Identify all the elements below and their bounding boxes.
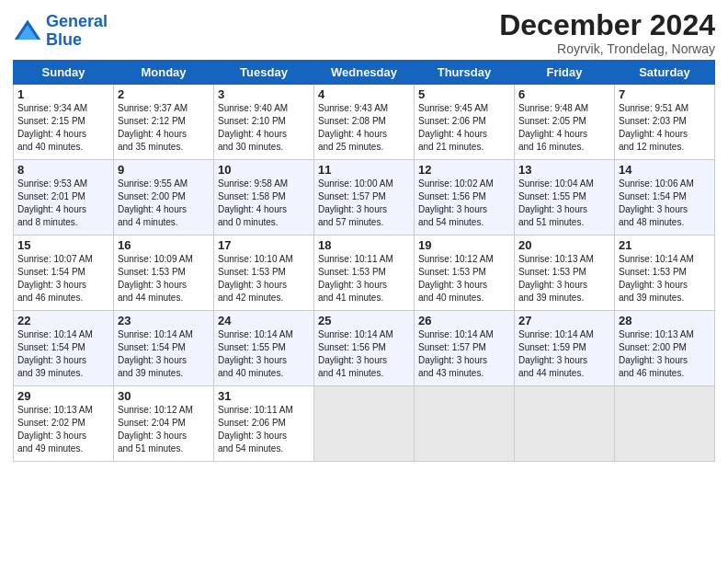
calendar-cell: 10Sunrise: 9:58 AMSunset: 1:58 PMDayligh… [214,160,314,236]
calendar-cell [615,386,715,462]
day-number: 31 [218,389,310,403]
calendar-table: Sunday Monday Tuesday Wednesday Thursday… [13,60,715,462]
calendar-cell: 21Sunrise: 10:14 AMSunset: 1:53 PMDaylig… [615,236,715,311]
col-thursday: Thursday [415,61,515,85]
day-number: 9 [118,163,210,177]
day-number: 7 [619,87,711,101]
page-container: General Blue December 2024 Royrvik, Tron… [0,0,728,467]
month-title: December 2024 [499,9,715,41]
calendar-cell: 19Sunrise: 10:12 AMSunset: 1:53 PMDaylig… [415,236,515,311]
day-info: Sunrise: 10:10 AMSunset: 1:53 PMDaylight… [218,253,310,304]
col-tuesday: Tuesday [214,61,314,85]
calendar-cell: 26Sunrise: 10:14 AMSunset: 1:57 PMDaylig… [415,311,515,386]
day-number: 19 [418,238,510,252]
title-block: December 2024 Royrvik, Trondelag, Norway [499,9,715,56]
day-number: 1 [17,87,109,101]
calendar-week-2: 8Sunrise: 9:53 AMSunset: 2:01 PMDaylight… [14,160,715,236]
day-number: 27 [518,314,610,327]
day-number: 21 [619,238,711,252]
day-info: Sunrise: 10:14 AMSunset: 1:54 PMDaylight… [118,328,210,380]
day-number: 28 [619,314,711,327]
logo-line2: Blue [46,30,82,49]
day-number: 24 [218,314,310,327]
col-saturday: Saturday [615,61,715,85]
day-number: 10 [218,163,310,177]
day-info: Sunrise: 10:13 AMSunset: 2:02 PMDaylight… [17,404,109,455]
day-info: Sunrise: 10:14 AMSunset: 1:57 PMDaylight… [418,328,510,380]
day-number: 26 [418,314,510,327]
calendar-header: Sunday Monday Tuesday Wednesday Thursday… [14,61,715,85]
header-row: Sunday Monday Tuesday Wednesday Thursday… [14,61,715,85]
day-info: Sunrise: 10:02 AMSunset: 1:56 PMDaylight… [418,178,510,229]
day-info: Sunrise: 9:45 AMSunset: 2:06 PMDaylight:… [418,102,510,154]
day-info: Sunrise: 9:55 AMSunset: 2:00 PMDaylight:… [118,178,210,229]
day-number: 3 [218,87,310,101]
calendar-cell: 29Sunrise: 10:13 AMSunset: 2:02 PMDaylig… [14,386,114,462]
day-info: Sunrise: 10:09 AMSunset: 1:53 PMDaylight… [118,253,210,304]
calendar-cell: 6Sunrise: 9:48 AMSunset: 2:05 PMDaylight… [515,85,615,160]
calendar-week-4: 22Sunrise: 10:14 AMSunset: 1:54 PMDaylig… [14,311,715,386]
day-number: 20 [518,238,610,252]
calendar-cell: 25Sunrise: 10:14 AMSunset: 1:56 PMDaylig… [314,311,415,386]
day-info: Sunrise: 10:04 AMSunset: 1:55 PMDaylight… [518,178,610,229]
logo-line1: General [46,12,108,30]
calendar-cell [314,386,415,462]
logo: General Blue [13,13,108,50]
day-info: Sunrise: 10:14 AMSunset: 1:54 PMDaylight… [17,328,109,380]
calendar-cell: 31Sunrise: 10:11 AMSunset: 2:06 PMDaylig… [214,386,314,462]
calendar-cell [415,386,515,462]
day-number: 17 [218,238,310,252]
calendar-week-1: 1Sunrise: 9:34 AMSunset: 2:15 PMDaylight… [14,85,715,160]
calendar-cell: 5Sunrise: 9:45 AMSunset: 2:06 PMDaylight… [415,85,515,160]
day-info: Sunrise: 9:48 AMSunset: 2:05 PMDaylight:… [518,102,610,154]
calendar-cell: 15Sunrise: 10:07 AMSunset: 1:54 PMDaylig… [14,236,114,311]
col-wednesday: Wednesday [314,61,415,85]
day-info: Sunrise: 9:34 AMSunset: 2:15 PMDaylight:… [17,102,109,154]
day-number: 15 [17,238,109,252]
calendar-cell: 30Sunrise: 10:12 AMSunset: 2:04 PMDaylig… [114,386,214,462]
day-number: 11 [318,163,410,177]
calendar-cell: 9Sunrise: 9:55 AMSunset: 2:00 PMDaylight… [114,160,214,236]
day-number: 16 [118,238,210,252]
col-friday: Friday [515,61,615,85]
calendar-cell: 1Sunrise: 9:34 AMSunset: 2:15 PMDaylight… [14,85,114,160]
day-info: Sunrise: 10:11 AMSunset: 2:06 PMDaylight… [218,404,310,455]
day-info: Sunrise: 10:06 AMSunset: 1:54 PMDaylight… [619,178,711,229]
day-info: Sunrise: 10:11 AMSunset: 1:53 PMDaylight… [318,253,410,304]
subtitle: Royrvik, Trondelag, Norway [499,41,715,56]
day-info: Sunrise: 10:14 AMSunset: 1:55 PMDaylight… [218,328,310,380]
day-info: Sunrise: 9:53 AMSunset: 2:01 PMDaylight:… [17,178,109,229]
day-info: Sunrise: 9:40 AMSunset: 2:10 PMDaylight:… [218,102,310,154]
day-info: Sunrise: 10:00 AMSunset: 1:57 PMDaylight… [318,178,410,229]
day-info: Sunrise: 10:12 AMSunset: 2:04 PMDaylight… [118,404,210,455]
day-number: 2 [118,87,210,101]
day-number: 29 [17,389,109,403]
day-number: 13 [518,163,610,177]
col-sunday: Sunday [14,61,114,85]
calendar-cell: 22Sunrise: 10:14 AMSunset: 1:54 PMDaylig… [14,311,114,386]
day-info: Sunrise: 10:13 AMSunset: 1:53 PMDaylight… [518,253,610,304]
day-info: Sunrise: 9:43 AMSunset: 2:08 PMDaylight:… [318,102,410,154]
calendar-body: 1Sunrise: 9:34 AMSunset: 2:15 PMDaylight… [14,85,715,462]
calendar-cell: 12Sunrise: 10:02 AMSunset: 1:56 PMDaylig… [415,160,515,236]
logo-icon [13,17,42,46]
day-number: 25 [318,314,410,327]
calendar-cell: 27Sunrise: 10:14 AMSunset: 1:59 PMDaylig… [515,311,615,386]
calendar-cell: 24Sunrise: 10:14 AMSunset: 1:55 PMDaylig… [214,311,314,386]
calendar-cell: 18Sunrise: 10:11 AMSunset: 1:53 PMDaylig… [314,236,415,311]
day-number: 5 [418,87,510,101]
calendar-cell: 8Sunrise: 9:53 AMSunset: 2:01 PMDaylight… [14,160,114,236]
day-info: Sunrise: 10:07 AMSunset: 1:54 PMDaylight… [17,253,109,304]
calendar-cell: 11Sunrise: 10:00 AMSunset: 1:57 PMDaylig… [314,160,415,236]
calendar-cell: 28Sunrise: 10:13 AMSunset: 2:00 PMDaylig… [615,311,715,386]
day-info: Sunrise: 10:14 AMSunset: 1:59 PMDaylight… [518,328,610,380]
day-number: 4 [318,87,410,101]
day-info: Sunrise: 9:51 AMSunset: 2:03 PMDaylight:… [619,102,711,154]
day-info: Sunrise: 10:12 AMSunset: 1:53 PMDaylight… [418,253,510,304]
day-info: Sunrise: 9:37 AMSunset: 2:12 PMDaylight:… [118,102,210,154]
calendar-week-3: 15Sunrise: 10:07 AMSunset: 1:54 PMDaylig… [14,236,715,311]
header: General Blue December 2024 Royrvik, Tron… [13,9,715,56]
calendar-week-5: 29Sunrise: 10:13 AMSunset: 2:02 PMDaylig… [14,386,715,462]
day-number: 6 [518,87,610,101]
calendar-cell: 13Sunrise: 10:04 AMSunset: 1:55 PMDaylig… [515,160,615,236]
